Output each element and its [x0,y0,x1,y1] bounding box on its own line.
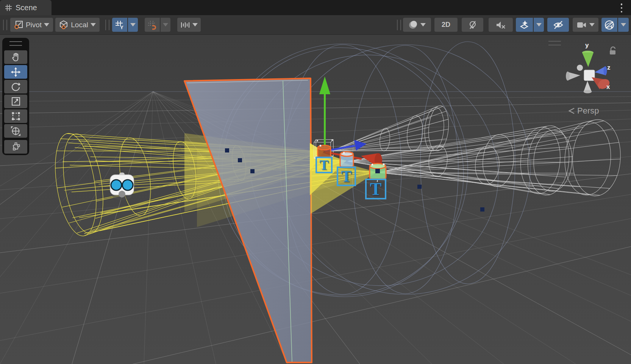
scene-camera-dropdown[interactable] [573,18,598,32]
transform-tool[interactable] [4,124,27,138]
2d-mode-toggle[interactable]: 2D [434,18,458,32]
chevron-down-icon [130,23,136,26]
hand-icon [11,52,21,62]
camera-icon [577,21,587,29]
grid-axis-icon: Y [115,20,125,30]
kebab-menu-icon[interactable] [620,3,623,12]
custom-tool[interactable] [4,140,27,154]
tab-bar: Scene [0,0,631,15]
lightbulb-off-icon [468,20,478,30]
grid-axis-letter: Y [120,25,123,30]
projection-toggle[interactable]: Persp [567,106,599,116]
overlay-drag-handle[interactable] [9,41,22,46]
axis-label-x: x [606,83,610,91]
effects-dropdown[interactable] [534,18,544,32]
scene-toolbar: Pivot Local Y [0,15,631,35]
ruler-icon [180,20,190,30]
tab-label: Scene [16,3,37,12]
scale-icon [11,96,21,106]
effects-toggle[interactable] [516,18,533,32]
audio-mute-toggle[interactable] [489,18,513,32]
axis-label-z: z [607,64,611,72]
chevron-down-icon [44,23,49,26]
chevron-down-icon [536,23,542,26]
move-icon [11,67,21,77]
scale-tool[interactable] [4,95,27,108]
pivot-mode-dropdown[interactable]: Pivot [10,18,53,32]
rect-tool-icon [11,111,21,121]
snap-increment-button[interactable] [145,18,160,32]
toolbar-separator [397,20,401,30]
vr-headset-icon[interactable] [110,173,134,200]
pivot-icon [14,20,23,30]
rotate-tool[interactable] [4,80,27,93]
rect-tool[interactable] [4,109,27,123]
eye-slash-icon [553,20,564,30]
lighting-toggle[interactable] [462,18,483,32]
move-tool[interactable] [4,65,27,79]
snap-settings-dropdown[interactable] [177,18,201,32]
selected-cube-blue[interactable] [340,152,353,167]
gizmos-toggle[interactable] [601,18,617,32]
unity-scene-window: Persp y z x T T T Scene [0,0,631,364]
chevron-down-icon [163,23,168,26]
text-gizmo-icon[interactable]: T [365,179,386,199]
effects-sparkle-icon [519,20,529,30]
scene-viewport[interactable] [0,0,631,364]
transform-icon [11,126,21,136]
2d-label: 2D [442,21,450,29]
axis-label-y: y [585,42,589,49]
gizmos-dropdown[interactable] [618,18,629,32]
local-cube-icon [59,20,69,30]
pivot-label: Pivot [26,21,42,29]
view-hand-tool[interactable] [4,50,27,64]
scene-visibility-toggle[interactable] [547,18,569,32]
shaded-sphere-icon [408,20,418,30]
tab-scene[interactable]: Scene [0,0,52,15]
chevron-down-icon [91,23,96,26]
gizmo-sphere-icon [604,20,615,30]
speaker-muted-icon [495,20,506,30]
overlay-drag-handle[interactable] [548,41,561,45]
toolbar-separator [3,20,7,30]
text-gizmo-icon[interactable]: T [337,166,356,186]
local-label: Local [71,21,88,29]
persp-chevron-icon [567,107,576,115]
handle-rotation-dropdown[interactable]: Local [55,18,100,32]
chevron-down-icon [420,23,426,26]
projection-label: Persp [577,106,599,116]
text-gizmo-icon[interactable]: T [316,157,333,173]
selected-cube-orange[interactable] [318,145,331,158]
grid-visibility-toggle[interactable]: Y [112,18,127,32]
grid-icon [5,4,12,11]
snap-grid-magnet-icon [147,20,157,30]
chevron-down-icon [621,23,626,26]
custom-tool-icon [11,142,21,152]
tools-overlay-panel [2,38,29,155]
rotate-icon [11,82,21,92]
grid-visibility-dropdown[interactable] [128,18,138,32]
shading-mode-dropdown[interactable] [403,18,431,32]
toolbar-separator [105,20,109,30]
snap-increment-dropdown[interactable] [161,18,170,32]
chevron-down-icon [192,23,198,26]
chevron-down-icon [589,23,595,26]
